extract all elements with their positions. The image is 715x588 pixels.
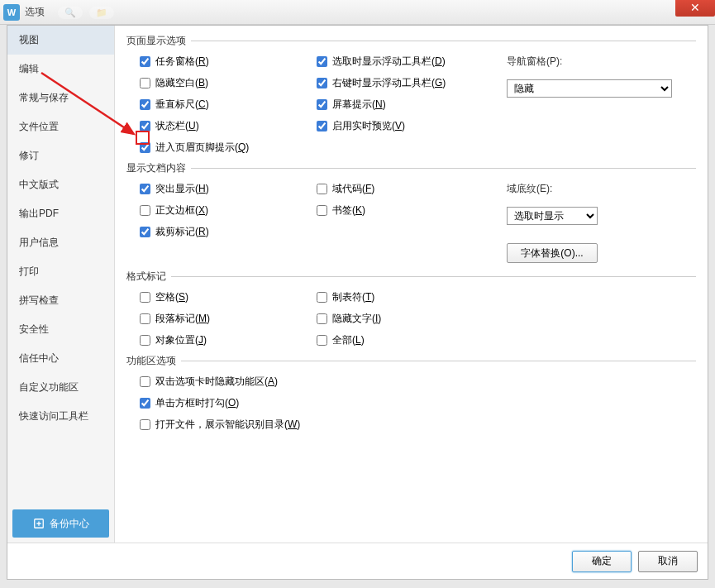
- pd1-3-label: 状态栏(U): [155, 119, 199, 133]
- rb-0-checkbox[interactable]: [140, 376, 150, 387]
- fm1-0-checkbox[interactable]: [140, 292, 150, 303]
- rb-1[interactable]: 单击方框时打勾(O): [140, 396, 696, 410]
- cancel-button[interactable]: 取消: [638, 551, 698, 572]
- pd2-1-checkbox[interactable]: [317, 78, 327, 88]
- sidebar-item-12[interactable]: 自定义功能区: [7, 373, 114, 402]
- pd1-4[interactable]: 进入页眉页脚提示(Q): [140, 141, 317, 155]
- backup-label: 备份中心: [50, 517, 89, 531]
- dc1-1[interactable]: 正文边框(X): [140, 203, 317, 218]
- fm2-2-checkbox[interactable]: [317, 335, 327, 346]
- fm1-0[interactable]: 空格(S): [140, 290, 317, 304]
- dc2-1-checkbox[interactable]: [317, 205, 327, 216]
- pd2-2-checkbox[interactable]: [317, 99, 327, 110]
- pd2-3-label: 启用实时预览(V): [332, 119, 405, 133]
- group-page-display-legend: 页面显示选项: [126, 34, 191, 48]
- dc2-0-label: 域代码(F): [332, 182, 374, 196]
- fm2-0[interactable]: 制表符(T): [317, 290, 507, 304]
- nav-pane-select[interactable]: 隐藏: [507, 79, 672, 98]
- pd1-0[interactable]: 任务窗格(R): [140, 55, 317, 69]
- fm1-2-checkbox[interactable]: [140, 335, 150, 346]
- fm1-0-label: 空格(S): [155, 290, 188, 304]
- rb-0-label: 双击选项卡时隐藏功能区(A): [155, 375, 278, 389]
- fm1-2-label: 对象位置(J): [155, 333, 207, 347]
- rb-2[interactable]: 打开文件，展示智能识别目录(W): [140, 418, 696, 432]
- fm2-1-checkbox[interactable]: [317, 313, 327, 324]
- pd1-1-checkbox[interactable]: [140, 78, 150, 88]
- fm1-2[interactable]: 对象位置(J): [140, 333, 317, 347]
- titlebar: W 选项 🔍📁 ✕: [0, 0, 715, 25]
- font-substitute-button[interactable]: 字体替换(O)...: [507, 243, 598, 263]
- pd1-3-checkbox[interactable]: [140, 121, 150, 131]
- pd1-3[interactable]: 状态栏(U): [140, 119, 317, 133]
- sidebar-item-4[interactable]: 修订: [7, 141, 114, 170]
- pd2-0[interactable]: 选取时显示浮动工具栏(D): [317, 55, 507, 69]
- group-page-display: 页面显示选项 任务窗格(R)隐藏空白(B)垂直标尺(C)状态栏(U)进入页眉页脚…: [126, 34, 696, 155]
- sidebar-item-13[interactable]: 快速访问工具栏: [7, 402, 114, 431]
- ok-button[interactable]: 确定: [572, 551, 632, 572]
- sidebar-item-6[interactable]: 输出PDF: [7, 199, 114, 228]
- window-title: 选项: [25, 5, 45, 19]
- dc1-0-label: 突出显示(H): [155, 182, 209, 196]
- pd1-1[interactable]: 隐藏空白(B): [140, 76, 317, 90]
- group-doc-content-legend: 显示文档内容: [126, 161, 191, 175]
- pd2-2-label: 屏幕提示(N): [332, 98, 386, 112]
- group-doc-content: 显示文档内容 突出显示(H)正文边框(X)裁剪标记(R) 域代码(F)书签(K)…: [126, 161, 696, 263]
- pd2-3[interactable]: 启用实时预览(V): [317, 119, 507, 133]
- dialog-footer: 确定 取消: [7, 543, 708, 579]
- dc2-0[interactable]: 域代码(F): [317, 182, 507, 196]
- backup-icon: [33, 518, 45, 529]
- group-ribbon: 功能区选项 双击选项卡时隐藏功能区(A)单击方框时打勾(O)打开文件，展示智能识…: [126, 354, 696, 432]
- dc1-1-checkbox[interactable]: [140, 205, 150, 216]
- fm1-1[interactable]: 段落标记(M): [140, 312, 317, 326]
- fm2-0-checkbox[interactable]: [317, 292, 327, 303]
- app-icon: W: [3, 4, 20, 21]
- sidebar-item-1[interactable]: 编辑: [7, 55, 114, 84]
- sidebar-item-8[interactable]: 打印: [7, 257, 114, 286]
- pd2-3-checkbox[interactable]: [317, 121, 327, 131]
- pd1-2[interactable]: 垂直标尺(C): [140, 98, 317, 112]
- dc2-1[interactable]: 书签(K): [317, 203, 507, 218]
- fm2-2[interactable]: 全部(L): [317, 333, 507, 347]
- rb-2-label: 打开文件，展示智能识别目录(W): [155, 418, 300, 432]
- dc1-2[interactable]: 裁剪标记(R): [140, 225, 317, 239]
- close-button[interactable]: ✕: [675, 0, 715, 17]
- group-format-marks-legend: 格式标记: [126, 270, 171, 284]
- fm1-1-checkbox[interactable]: [140, 313, 150, 324]
- pd2-2[interactable]: 屏幕提示(N): [317, 98, 507, 112]
- field-shading-select[interactable]: 选取时显示: [507, 207, 598, 225]
- dc1-2-checkbox[interactable]: [140, 227, 150, 237]
- field-shading-label: 域底纹(E):: [507, 182, 696, 196]
- sidebar-item-0[interactable]: 视图: [7, 26, 114, 55]
- fm2-1-label: 隐藏文字(I): [332, 312, 381, 326]
- fm2-2-label: 全部(L): [332, 333, 365, 347]
- sidebar-item-7[interactable]: 用户信息: [7, 228, 114, 257]
- fm1-1-label: 段落标记(M): [155, 312, 210, 326]
- group-ribbon-legend: 功能区选项: [126, 354, 181, 368]
- sidebar-item-9[interactable]: 拼写检查: [7, 286, 114, 315]
- sidebar-item-3[interactable]: 文件位置: [7, 112, 114, 141]
- pd1-4-checkbox[interactable]: [140, 142, 150, 153]
- sidebar-item-10[interactable]: 安全性: [7, 315, 114, 344]
- dc1-0[interactable]: 突出显示(H): [140, 182, 317, 196]
- options-dialog: 视图编辑常规与保存文件位置修订中文版式输出PDF用户信息打印拼写检查安全性信任中…: [7, 25, 708, 580]
- pd1-2-checkbox[interactable]: [140, 99, 150, 110]
- pd1-0-checkbox[interactable]: [140, 56, 150, 67]
- fm2-1[interactable]: 隐藏文字(I): [317, 312, 507, 326]
- sidebar-item-11[interactable]: 信任中心: [7, 344, 114, 373]
- pd2-1[interactable]: 右键时显示浮动工具栏(G): [317, 76, 507, 90]
- rb-2-checkbox[interactable]: [140, 419, 150, 430]
- dc2-0-checkbox[interactable]: [317, 184, 327, 194]
- sidebar-item-2[interactable]: 常规与保存: [7, 84, 114, 112]
- group-format-marks: 格式标记 空格(S)段落标记(M)对象位置(J) 制表符(T)隐藏文字(I)全部…: [126, 270, 696, 347]
- backup-center-button[interactable]: 备份中心: [12, 509, 109, 538]
- rb-0[interactable]: 双击选项卡时隐藏功能区(A): [140, 375, 696, 389]
- rb-1-label: 单击方框时打勾(O): [155, 396, 239, 410]
- rb-1-checkbox[interactable]: [140, 398, 150, 409]
- nav-pane-label: 导航窗格(P):: [507, 55, 696, 69]
- dc1-0-checkbox[interactable]: [140, 184, 150, 194]
- fm2-0-label: 制表符(T): [332, 290, 374, 304]
- sidebar-item-5[interactable]: 中文版式: [7, 170, 114, 199]
- pd1-4-label: 进入页眉页脚提示(Q): [155, 141, 249, 155]
- pd1-2-label: 垂直标尺(C): [155, 98, 209, 112]
- pd2-0-checkbox[interactable]: [317, 56, 327, 67]
